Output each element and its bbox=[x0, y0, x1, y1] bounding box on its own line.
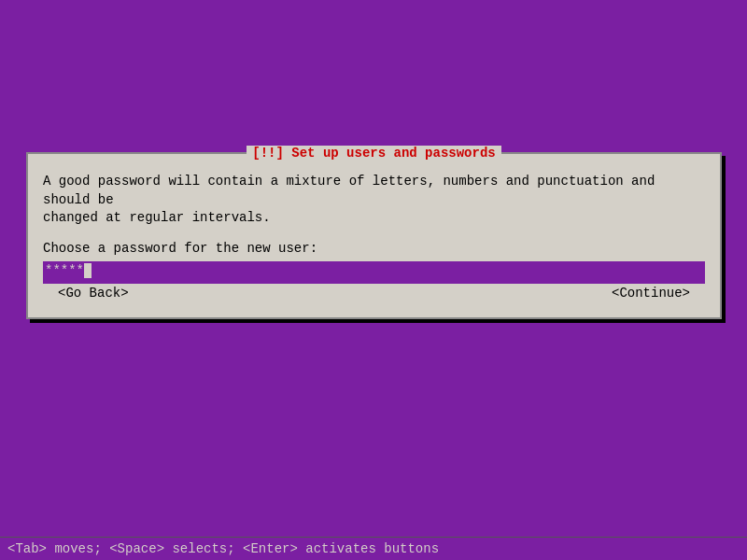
dialog-container: [!!] Set up users and passwords A good p… bbox=[26, 152, 722, 319]
status-text: <Tab> moves; <Space> selects; <Enter> ac… bbox=[7, 541, 439, 556]
password-stars: ***** bbox=[45, 263, 84, 282]
password-fill bbox=[92, 263, 703, 282]
description-text: A good password will contain a mixture o… bbox=[43, 173, 705, 228]
dialog-content: A good password will contain a mixture o… bbox=[28, 169, 720, 317]
cursor-block bbox=[84, 263, 92, 278]
status-bar: <Tab> moves; <Space> selects; <Enter> ac… bbox=[0, 537, 747, 560]
desc-line2: changed at regular intervals. bbox=[43, 210, 271, 225]
button-row: <Go Back> <Continue> bbox=[43, 284, 705, 302]
desc-line1: A good password will contain a mixture o… bbox=[43, 174, 655, 207]
title-bar: [!!] Set up users and passwords bbox=[28, 145, 720, 161]
continue-button[interactable]: <Continue> bbox=[604, 284, 698, 302]
go-back-button[interactable]: <Go Back> bbox=[50, 284, 136, 302]
password-input-wrapper[interactable]: ***** bbox=[43, 261, 705, 284]
dialog-title: [!!] Set up users and passwords bbox=[247, 146, 500, 161]
prompt-label: Choose a password for the new user: bbox=[43, 241, 705, 256]
